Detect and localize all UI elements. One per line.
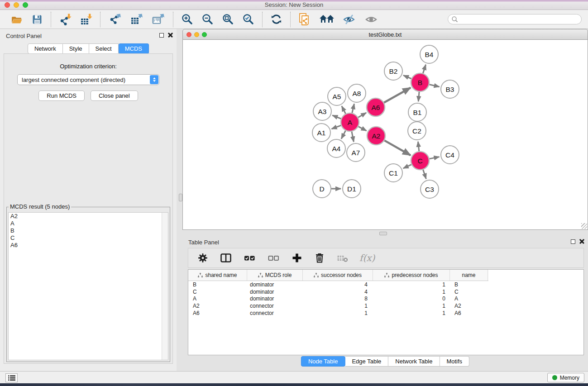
column-header-shared-name[interactable]: shared name: [188, 270, 247, 281]
graph-node-A5[interactable]: A5: [328, 87, 346, 105]
graph-edge-C-C1[interactable]: [403, 165, 411, 168]
new-network-from-selection-button[interactable]: [297, 12, 312, 27]
table-row[interactable]: A dominator 8 0 A: [188, 295, 583, 303]
result-item[interactable]: B: [9, 227, 168, 234]
graph-node-B3[interactable]: B3: [441, 80, 459, 98]
column-header-successor-nodes[interactable]: successor nodes: [303, 270, 373, 281]
float-table-panel-icon[interactable]: [571, 239, 575, 244]
table-row[interactable]: B dominator 4 1 B: [188, 281, 583, 288]
import-network-button[interactable]: [58, 12, 72, 27]
graph-edge-B-B3[interactable]: [430, 85, 440, 87]
close-table-panel-icon[interactable]: [579, 239, 584, 244]
result-item[interactable]: A2: [9, 213, 168, 220]
graph-edge-A-A7[interactable]: [352, 132, 354, 142]
graph-edge-A2-C[interactable]: [384, 140, 411, 155]
tab-motifs[interactable]: Motifs: [440, 356, 469, 367]
table-settings-button[interactable]: [196, 252, 209, 264]
graph-node-A[interactable]: A: [341, 113, 359, 131]
float-panel-icon[interactable]: [159, 33, 164, 38]
graph-node-D[interactable]: D: [313, 180, 331, 198]
close-panel-button[interactable]: Close panel: [91, 91, 138, 101]
memory-button[interactable]: Memory: [547, 373, 584, 382]
column-header-predecessor-nodes[interactable]: predecessor nodes: [373, 270, 450, 281]
tab-select[interactable]: Select: [89, 43, 119, 54]
delete-table-button[interactable]: [336, 252, 349, 264]
graph-node-C[interactable]: C: [411, 152, 429, 170]
tab-network[interactable]: Network: [28, 43, 63, 54]
tab-mcds[interactable]: MCDS: [119, 43, 149, 54]
table-row[interactable]: A2 connector 1 1 A2: [188, 302, 583, 310]
tab-node-table[interactable]: Node Table: [301, 356, 345, 367]
zoom-fit-button[interactable]: [221, 12, 235, 26]
close-panel-icon[interactable]: [168, 33, 173, 38]
hide-selected-button[interactable]: [342, 13, 357, 26]
first-neighbors-button[interactable]: [318, 13, 335, 26]
show-column-panel-button[interactable]: [219, 252, 233, 264]
zoom-selected-button[interactable]: [241, 12, 255, 26]
save-session-button[interactable]: [30, 13, 44, 26]
horizontal-splitter-grip[interactable]: [379, 232, 387, 235]
graph-edge-B-B2[interactable]: [403, 75, 411, 78]
graph-node-B2[interactable]: B2: [384, 62, 402, 80]
column-header-mcds-role[interactable]: MCDS role: [247, 270, 303, 281]
criterion-dropdown[interactable]: largest connected component (directed): [17, 74, 159, 85]
graph-node-C1[interactable]: C1: [384, 164, 402, 182]
result-item[interactable]: A: [9, 220, 168, 227]
graph-edge-C-C4[interactable]: [430, 157, 440, 159]
graph-edge-A6-B[interactable]: [384, 88, 411, 103]
graph-node-B4[interactable]: B4: [420, 45, 438, 63]
deselect-all-button[interactable]: [267, 252, 281, 264]
import-table-button[interactable]: [79, 12, 93, 27]
zoom-out-button[interactable]: [201, 12, 215, 26]
network-graph-canvas[interactable]: ABCA2A6A1A3A4A5A7A8B1B2B3B4C1C2C3C4DD1: [183, 40, 588, 229]
graph-edge-A-A4[interactable]: [341, 131, 345, 139]
task-history-button[interactable]: [5, 373, 18, 382]
table-row[interactable]: C dominator 4 1 C: [188, 288, 583, 295]
graph-edge-A-A6[interactable]: [358, 113, 366, 118]
search-box[interactable]: [448, 14, 582, 24]
search-input[interactable]: [459, 15, 581, 24]
tab-style[interactable]: Style: [63, 43, 89, 54]
graph-node-A8[interactable]: A8: [348, 84, 366, 102]
show-all-button[interactable]: [363, 13, 379, 26]
tab-network-table[interactable]: Network Table: [388, 356, 440, 367]
export-network-button[interactable]: [107, 12, 123, 27]
graph-node-C3[interactable]: C3: [421, 180, 439, 198]
graph-node-B[interactable]: B: [411, 73, 429, 91]
open-session-button[interactable]: [10, 13, 24, 26]
graph-node-B1[interactable]: B1: [408, 103, 426, 121]
graph-node-D1[interactable]: D1: [343, 180, 361, 198]
graph-node-A3[interactable]: A3: [313, 102, 331, 120]
graph-edge-B-B4[interactable]: [423, 65, 425, 73]
graph-node-A6[interactable]: A6: [367, 98, 385, 116]
tab-edge-table[interactable]: Edge Table: [345, 356, 388, 367]
graph-node-A7[interactable]: A7: [347, 143, 365, 162]
zoom-in-button[interactable]: [180, 12, 194, 26]
graph-edge-A-A2[interactable]: [359, 127, 367, 131]
graph-edge-A-A5[interactable]: [342, 106, 346, 114]
export-table-button[interactable]: [129, 12, 144, 27]
graph-edge-C-C2[interactable]: [418, 142, 419, 151]
graph-edge-A-A3[interactable]: [332, 115, 341, 119]
window-resize-grip[interactable]: [581, 223, 587, 229]
add-column-button[interactable]: [291, 252, 303, 264]
table-row[interactable]: A6 connector 1 1 A6: [188, 310, 583, 317]
graph-edge-A-A1[interactable]: [332, 125, 341, 129]
graph-node-A1[interactable]: A1: [312, 124, 330, 142]
mcds-result-list[interactable]: A2 A B C A6: [8, 212, 168, 360]
delete-column-button[interactable]: [313, 252, 326, 264]
function-builder-button[interactable]: f(x): [359, 253, 375, 263]
column-header-name[interactable]: name: [450, 270, 488, 281]
graph-edge-A-A8[interactable]: [352, 104, 354, 113]
refresh-layout-button[interactable]: [269, 12, 283, 26]
result-item[interactable]: A6: [9, 242, 168, 249]
network-window-titlebar[interactable]: testGlobe.txt: [182, 29, 588, 40]
graph-edge-B-B1[interactable]: [418, 92, 419, 101]
graph-node-C4[interactable]: C4: [441, 146, 459, 164]
graph-node-A4[interactable]: A4: [327, 139, 345, 157]
graph-node-A2[interactable]: A2: [367, 127, 385, 145]
graph-node-C2[interactable]: C2: [408, 122, 426, 140]
graph-edge-C-C3[interactable]: [423, 170, 426, 179]
result-scrollbar[interactable]: [162, 213, 168, 360]
result-item[interactable]: C: [9, 234, 168, 242]
